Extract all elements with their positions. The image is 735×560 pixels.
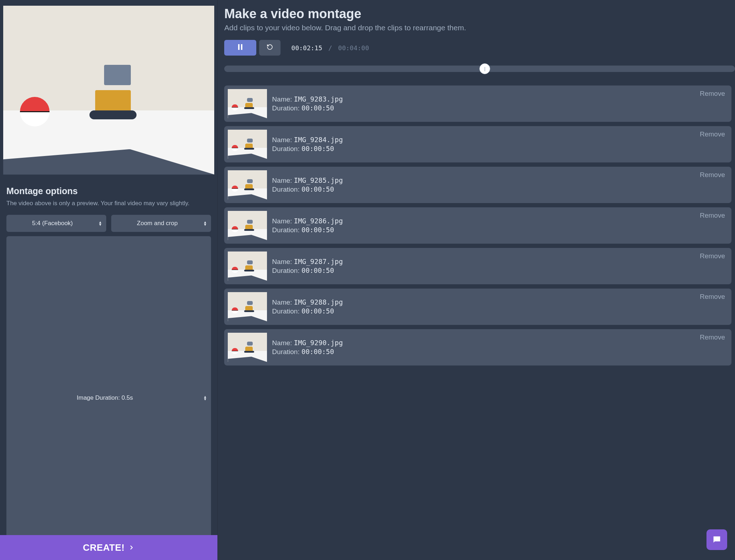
pokeball-icon xyxy=(232,145,238,151)
scrub-track[interactable]: ║ xyxy=(224,66,735,72)
clip-item[interactable]: Name: IMG_9287.jpgDuration: 00:00:50Remo… xyxy=(224,248,731,284)
remove-clip-button[interactable]: Remove xyxy=(700,171,725,179)
clip-name-value: IMG_9283.jpg xyxy=(294,95,343,103)
clip-duration-value: 00:00:50 xyxy=(302,145,334,152)
clip-duration-value: 00:00:50 xyxy=(302,307,334,315)
clip-duration-label: Duration: xyxy=(272,226,301,234)
chat-button[interactable] xyxy=(706,529,727,550)
clip-duration-label: Duration: xyxy=(272,104,301,112)
clip-duration-label: Duration: xyxy=(272,267,301,274)
remove-clip-button[interactable]: Remove xyxy=(700,212,725,219)
clip-name-value: IMG_9284.jpg xyxy=(294,136,343,144)
clip-duration-label: Duration: xyxy=(272,186,301,193)
remove-clip-button[interactable]: Remove xyxy=(700,293,725,301)
clip-duration-label: Duration: xyxy=(272,145,301,152)
clip-duration-value: 00:00:50 xyxy=(302,266,334,274)
robot-icon xyxy=(243,260,255,271)
main-panel: Make a video montage Add clips to your v… xyxy=(217,0,735,560)
robot-icon xyxy=(243,139,255,149)
clip-name-label: Name: xyxy=(272,217,294,225)
clip-name-value: IMG_9290.jpg xyxy=(294,339,343,347)
clip-thumbnail xyxy=(228,170,267,199)
robot-icon xyxy=(243,98,255,109)
clip-name-value: IMG_9288.jpg xyxy=(294,298,343,306)
clip-meta: Name: IMG_9288.jpgDuration: 00:00:50 xyxy=(272,298,695,315)
clip-name-label: Name: xyxy=(272,299,294,306)
clip-duration-label: Duration: xyxy=(272,348,301,356)
svg-rect-0 xyxy=(238,44,240,50)
clip-item[interactable]: Name: IMG_9284.jpgDuration: 00:00:50Remo… xyxy=(224,126,731,162)
robot-icon xyxy=(243,179,255,190)
pokeball-icon xyxy=(232,267,238,273)
robot-icon xyxy=(243,220,255,230)
clip-item[interactable]: Name: IMG_9285.jpgDuration: 00:00:50Remo… xyxy=(224,167,731,203)
clip-thumbnail xyxy=(228,252,267,281)
clip-name-label: Name: xyxy=(272,136,294,144)
robot-icon xyxy=(243,342,255,352)
clip-name-value: IMG_9286.jpg xyxy=(294,217,343,225)
pokeball-icon xyxy=(20,97,50,126)
clip-name-label: Name: xyxy=(272,95,294,103)
chat-icon xyxy=(712,535,722,545)
clip-thumbnail xyxy=(228,130,267,159)
clip-thumbnail xyxy=(228,89,267,118)
clip-name-label: Name: xyxy=(272,339,294,347)
clip-item[interactable]: Name: IMG_9286.jpgDuration: 00:00:50Remo… xyxy=(224,207,731,244)
clip-meta: Name: IMG_9286.jpgDuration: 00:00:50 xyxy=(272,217,695,234)
pokeball-icon xyxy=(232,307,238,314)
clip-duration-value: 00:00:50 xyxy=(302,104,334,112)
remove-clip-button[interactable]: Remove xyxy=(700,252,725,260)
restart-icon xyxy=(267,44,273,52)
image-duration-select[interactable]: Image Duration: 0.5s xyxy=(6,236,211,560)
clip-meta: Name: IMG_9290.jpgDuration: 00:00:50 xyxy=(272,339,695,356)
remove-clip-button[interactable]: Remove xyxy=(700,130,725,138)
create-button[interactable]: CREATE! xyxy=(0,535,217,560)
remove-clip-button[interactable]: Remove xyxy=(700,90,725,98)
sidebar: Montage options The video above is only … xyxy=(0,0,217,560)
clip-thumbnail xyxy=(228,211,267,240)
preview-scene xyxy=(3,6,214,175)
clip-item[interactable]: Name: IMG_9283.jpgDuration: 00:00:50Remo… xyxy=(224,85,731,122)
clip-name-label: Name: xyxy=(272,258,294,265)
create-button-label: CREATE! xyxy=(83,542,125,553)
page-title: Make a video montage xyxy=(224,6,735,21)
pokeball-icon xyxy=(232,348,238,354)
aspect-ratio-select[interactable]: 5:4 (Facebook) xyxy=(6,215,106,232)
chevron-right-icon xyxy=(128,544,135,551)
clip-name-value: IMG_9287.jpg xyxy=(294,258,343,265)
pokeball-icon xyxy=(232,104,238,111)
clip-name-label: Name: xyxy=(272,177,294,184)
remove-clip-button[interactable]: Remove xyxy=(700,333,725,341)
options-heading: Montage options xyxy=(6,186,211,196)
fit-mode-select[interactable]: Zoom and crop xyxy=(111,215,211,232)
clip-item[interactable]: Name: IMG_9290.jpgDuration: 00:00:50Remo… xyxy=(224,329,731,365)
clip-item[interactable]: Name: IMG_9288.jpgDuration: 00:00:50Remo… xyxy=(224,289,731,325)
pokeball-icon xyxy=(232,226,238,233)
clip-meta: Name: IMG_9287.jpgDuration: 00:00:50 xyxy=(272,258,695,275)
time-display: 00:02:15 / 00:04:00 xyxy=(291,44,369,52)
clip-duration-value: 00:00:50 xyxy=(302,348,334,356)
svg-rect-1 xyxy=(241,44,242,50)
playback-controls: 00:02:15 / 00:04:00 xyxy=(224,40,735,56)
pokeball-icon xyxy=(232,186,238,192)
clip-thumbnail xyxy=(228,333,267,362)
restart-button[interactable] xyxy=(259,40,281,56)
clip-duration-label: Duration: xyxy=(272,307,301,315)
pause-button[interactable] xyxy=(224,40,256,56)
clip-name-value: IMG_9285.jpg xyxy=(294,176,343,184)
clip-meta: Name: IMG_9284.jpgDuration: 00:00:50 xyxy=(272,136,695,153)
clip-meta: Name: IMG_9283.jpgDuration: 00:00:50 xyxy=(272,95,695,112)
pause-icon xyxy=(238,44,243,51)
options-description: The video above is only a preview. Your … xyxy=(6,199,211,208)
clips-list: Name: IMG_9283.jpgDuration: 00:00:50Remo… xyxy=(224,85,735,369)
time-total: 00:04:00 xyxy=(338,44,369,52)
video-preview[interactable] xyxy=(3,6,214,175)
robot-icon xyxy=(243,301,255,312)
clip-meta: Name: IMG_9285.jpgDuration: 00:00:50 xyxy=(272,176,695,193)
page-description: Add clips to your video below. Drag and … xyxy=(224,24,735,32)
scrub-thumb[interactable]: ║ xyxy=(479,63,490,74)
clip-thumbnail xyxy=(228,292,267,321)
time-separator: / xyxy=(328,44,332,52)
robot-icon xyxy=(83,65,143,115)
time-current: 00:02:15 xyxy=(291,44,322,52)
